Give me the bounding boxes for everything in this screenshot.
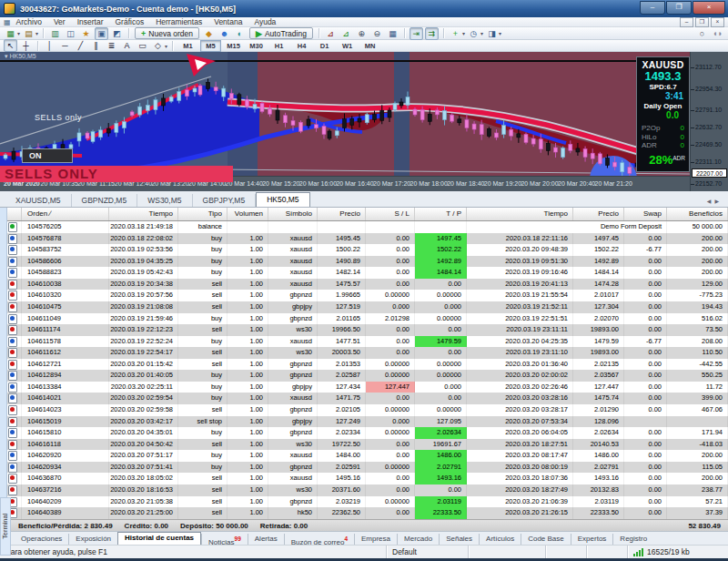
terminal-tab-noticias[interactable]: Noticias99 [201,534,248,545]
text-label-icon[interactable]: ▭ [136,39,149,52]
menu-herramientas[interactable]: Herramientas [156,17,202,26]
chart-tab-gbpnzdm5[interactable]: GBPNZD,M5 [72,194,138,207]
table-row[interactable]: 1045837522020.03.19 02:53:56buy1.00xauus… [0,244,728,256]
zoom-in-icon[interactable]: ⊕ [355,27,369,40]
timeframe-m1[interactable]: M1 [177,40,198,52]
table-row[interactable]: 1046104752020.03.19 21:08:08sell1.00gbpj… [0,301,728,313]
fibonacci-icon[interactable]: ≣ [105,39,118,52]
terminal-tab-alertas[interactable]: Alertas [248,534,284,545]
table-row[interactable]: 1046111742020.03.19 22:12:23sell1.00ws30… [0,324,728,336]
timeframe-d1[interactable]: D1 [314,40,335,52]
menu-graficos[interactable]: Gráficos [116,17,145,26]
table-row[interactable]: 1045768782020.03.18 22:08:02buy1.00xauus… [0,233,728,245]
menu-ayuda[interactable]: Ayuda [254,17,276,26]
terminal-side-label[interactable]: Terminal [0,497,11,556]
market-watch-icon[interactable]: ▥ [48,27,62,40]
table-row[interactable]: 1045762052020.03.18 21:49:18balanceDemo … [0,221,728,233]
on-toggle-button[interactable]: ON [22,148,73,163]
tile-windows-icon[interactable]: ▦ [386,27,399,40]
chart-shift-icon[interactable]: ⇥ [410,27,423,40]
table-row[interactable]: 1046161182020.03.20 04:50:42sell1.00ws30… [0,439,728,451]
terminal-tab-historial-de-cuentas[interactable]: Historial de cuentas [117,532,201,545]
shapes-icon[interactable]: ◇ [151,39,165,52]
timeframe-w1[interactable]: W1 [337,40,358,52]
terminal-tab-code-base[interactable]: Code Base [521,534,571,545]
timeframe-h4[interactable]: H4 [291,40,312,52]
table-row[interactable]: 1045888232020.03.19 05:42:43buy1.00xauus… [0,267,728,279]
table-row[interactable]: 1046403892020.03.20 21:25:00sell1.00hk50… [0,507,728,519]
new-chart-icon[interactable]: ▦ [4,27,17,40]
terminal-tab-operaciones[interactable]: Operaciones [15,534,68,545]
trendline-icon[interactable]: ╱ [74,39,87,52]
terminal-panel-icon[interactable]: ▣ [95,27,108,40]
terminal-tab-exposicion[interactable]: Exposición [68,534,117,545]
child-minimize-button[interactable]: – [680,17,693,27]
terminal-tab-buzon-de-correo[interactable]: Buzón de correo4 [284,534,354,545]
column-header-tiempo[interactable]: Tiempo [109,208,178,220]
table-row[interactable]: 1046116122020.03.19 22:54:17sell1.00ws30… [0,347,728,359]
table-row[interactable]: 1046140232020.03.20 02:59:58sell1.00gbpn… [0,404,728,416]
cursor-icon[interactable]: ↖ [4,39,17,52]
column-header-precio-close[interactable]: Precio [573,208,624,220]
chart-tab-hk50m5[interactable]: HK50,M5 [256,192,309,207]
menu-insertar[interactable]: Insertar [77,17,104,26]
auto-scroll-icon[interactable]: ⇉ [425,27,439,40]
minimize-button[interactable]: – [640,1,665,15]
timeframe-h1[interactable]: H1 [268,40,289,52]
timeframe-mn[interactable]: MN [359,40,380,52]
terminal-tab-articulos[interactable]: Artículos [479,534,521,545]
close-button[interactable]: × [693,1,725,15]
crosshair-icon[interactable]: ┼ [19,39,33,52]
menu-ventana[interactable]: Ventana [214,17,242,26]
strategy-tester-icon[interactable]: ◩ [110,27,124,40]
menu-ver[interactable]: Ver [54,17,66,26]
price-axis[interactable]: 22207.00 23112.7022954.3022791.1022632.7… [690,52,728,191]
indicator-window-icon[interactable]: ⊿ [339,27,353,40]
vertical-line-icon[interactable]: │ [43,39,56,52]
tab-scroll-arrows[interactable]: ◀▶ [707,198,723,204]
templates-icon[interactable]: ◨ [485,27,499,40]
terminal-tab-empresa[interactable]: Empresa [354,534,397,545]
zoom-out-icon[interactable]: ⊖ [370,27,384,40]
data-window-icon[interactable]: ◫ [64,27,77,40]
table-row[interactable]: 1046158102020.03.20 04:35:01buy1.00gbpnz… [0,427,728,439]
table-row[interactable]: 1046110492020.03.19 21:59:46buy1.00gbpnz… [0,313,728,325]
maximize-button[interactable]: ❐ [666,1,692,15]
child-close-button[interactable]: × [711,17,724,27]
chart-tab-xauusdm5[interactable]: XAUUSD,M5 [5,194,72,207]
column-header-t-p[interactable]: T / P [415,208,467,220]
column-header-tipo[interactable]: Tipo [178,208,228,220]
table-row[interactable]: 1046209342020.03.20 07:51:41buy1.00gbpnz… [0,462,728,474]
periods-icon[interactable]: ◷ [467,27,480,40]
chart-tab-ws30m5[interactable]: WS30,M5 [137,194,192,207]
column-header-volumen[interactable]: Volumen [228,208,268,220]
terminal-tab-registro[interactable]: Registro [612,534,653,545]
table-row[interactable]: 1045866062020.03.19 04:35:25buy1.00xauus… [0,256,728,268]
navigator-icon[interactable]: ★ [79,27,93,40]
status-connection[interactable]: 16525/19 kb [628,546,728,558]
autotrading-button[interactable]: ▶AutoTrading [249,27,313,39]
horizontal-line-icon[interactable]: ─ [58,39,72,52]
table-row[interactable]: 1046127212020.03.20 01:15:42sell1.00gbpn… [0,359,728,371]
column-header-swap-close[interactable]: Swap [624,208,667,220]
column-header-s-l[interactable]: S / L [366,208,415,220]
table-row[interactable]: 1046402092020.03.20 21:05:38sell1.00gbpn… [0,496,728,508]
column-header-tiempo-close[interactable]: Tiempo [467,208,573,220]
profiles-icon[interactable]: ▤ [22,27,35,40]
history-table-header[interactable]: Orden ∕TiempoTipoVolumenSímboloPrecioS /… [0,208,728,221]
price-chart[interactable] [0,52,690,176]
timeframe-m5[interactable]: M5 [200,40,221,52]
table-row[interactable]: 1046103202020.03.19 20:57:56sell1.00gbpn… [0,290,728,301]
table-row[interactable]: 1046100382020.03.19 20:34:38sell1.00xauu… [0,279,728,291]
table-row[interactable]: 1046209202020.03.20 07:51:17buy1.00xauus… [0,450,728,462]
timeframe-m15[interactable]: M15 [223,40,244,52]
column-header-orden[interactable]: Orden ∕ [22,208,109,220]
terminal-tab-expertos[interactable]: Expertos [571,534,613,545]
chat-icon[interactable]: ◖◗ [711,27,724,40]
status-profile[interactable]: Default [387,546,469,558]
timeframe-m30[interactable]: M30 [246,40,267,52]
table-row[interactable]: 1046150192020.03.20 03:42:17sell stop1.0… [0,416,728,428]
web-terminal-icon[interactable]: ◐ [233,27,247,40]
new-order-button[interactable]: +Nueva orden [135,27,199,39]
table-row[interactable]: 1046140212020.03.20 02:59:54buy1.00xauus… [0,393,728,404]
